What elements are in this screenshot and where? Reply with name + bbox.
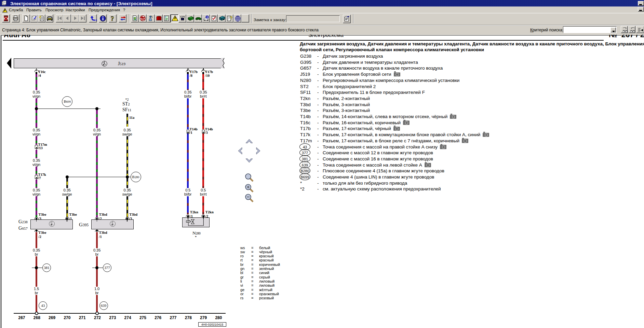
svg-text:?: ?: [111, 15, 114, 22]
svg-text:?: ?: [230, 15, 233, 21]
